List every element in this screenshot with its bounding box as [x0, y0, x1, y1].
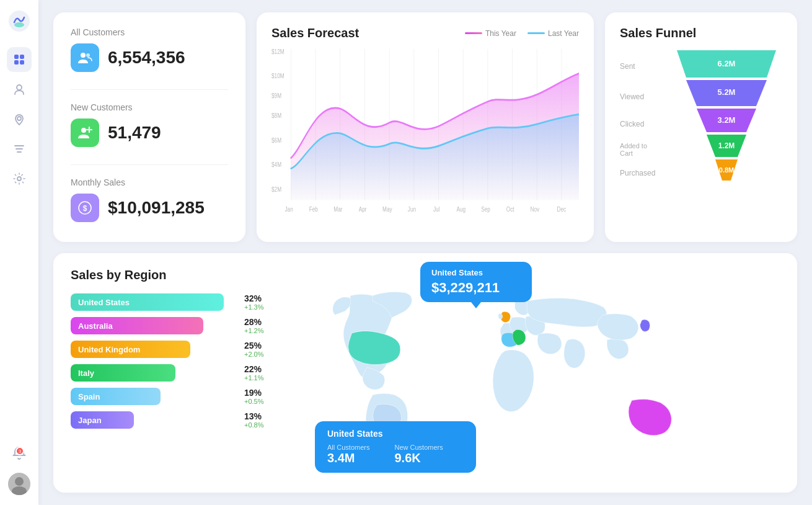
svg-point-6: [17, 85, 22, 90]
svg-text:$10M: $10M: [271, 72, 285, 80]
region-bar-es: Spain: [71, 388, 161, 405]
funnel-label-clicked: Clicked: [620, 111, 661, 137]
notification-icon[interactable]: 3: [12, 445, 27, 463]
region-list: Sales by Region United States 32% +1.3% …: [71, 268, 281, 478]
region-item-jp[interactable]: Japan 13% +0.8%: [71, 411, 281, 429]
svg-text:Apr: Apr: [359, 205, 367, 213]
legend-line-pink: [465, 32, 482, 34]
map-popup-bottom-title: United States: [327, 429, 464, 439]
svg-text:Jan: Jan: [285, 205, 293, 213]
legend-this-year: This Year: [465, 29, 516, 38]
new-customers-label: New Customers: [71, 102, 228, 112]
svg-text:$: $: [83, 204, 87, 213]
forecast-title: Sales Forecast: [271, 26, 359, 40]
svg-point-7: [17, 117, 21, 120]
funnel-visual: 6.2M 5.2M 3.2M 1.2M 0.8M: [671, 50, 782, 202]
all-customers-section: All Customers 6,554,356: [71, 27, 228, 72]
svg-text:Jun: Jun: [408, 205, 416, 213]
region-bar-uk: United Kingdom: [71, 341, 190, 358]
new-customers-section: New Customers 51,479: [71, 102, 228, 147]
svg-text:$4M: $4M: [271, 161, 281, 169]
region-bar-it: Italy: [71, 364, 175, 382]
svg-text:$8M: $8M: [271, 112, 281, 120]
svg-point-15: [81, 53, 86, 58]
sidebar-item-location[interactable]: [7, 107, 32, 132]
divider-1: [71, 89, 228, 90]
sidebar-item-filters[interactable]: [7, 136, 32, 161]
map-popup-us-top: United States $3,229,211: [420, 262, 532, 302]
monthly-sales-section: Monthly Sales $ $10,091,285: [71, 177, 228, 222]
svg-text:Oct: Oct: [506, 205, 514, 213]
region-item-es[interactable]: Spain 19% +0.5%: [71, 388, 281, 405]
new-customers-icon: [71, 118, 99, 147]
legend-line-blue: [527, 32, 545, 34]
map-area: United States $3,229,211: [296, 268, 780, 478]
funnel-label-purchased: Purchased: [620, 162, 661, 184]
map-popup-top-value: $3,229,211: [431, 280, 521, 296]
svg-text:$12M: $12M: [271, 47, 285, 55]
svg-text:May: May: [382, 205, 392, 213]
svg-point-11: [17, 177, 21, 181]
svg-text:3.2M: 3.2M: [718, 115, 736, 125]
map-popup-all-customers: All Customers 3.4M: [327, 444, 369, 465]
svg-text:Sep: Sep: [481, 205, 490, 213]
legend-last-year: Last Year: [527, 29, 579, 38]
all-customers-value: 6,554,356: [108, 48, 185, 68]
bottom-row: Sales by Region United States 32% +1.3% …: [53, 253, 797, 493]
svg-text:Jul: Jul: [433, 205, 440, 213]
svg-text:Feb: Feb: [309, 205, 319, 213]
svg-rect-5: [20, 60, 24, 65]
all-customers-label: All Customers: [71, 27, 228, 37]
funnel-labels: Sent Viewed Clicked Added to Cart Purcha…: [620, 50, 661, 184]
region-bar-us: United States: [71, 293, 224, 311]
region-pct-au: 28% +1.2%: [244, 317, 281, 334]
world-map: United States All Customers 3.4M New Cus…: [296, 268, 780, 478]
region-bar-au: Australia: [71, 317, 203, 334]
svg-text:0.8M: 0.8M: [719, 166, 734, 174]
sidebar-item-settings[interactable]: [7, 166, 32, 191]
map-popup-arrow: [471, 302, 481, 308]
svg-point-16: [86, 53, 90, 57]
svg-rect-2: [14, 55, 19, 59]
svg-point-13: [15, 477, 24, 486]
map-popup-new-customers: New Customers 9.6K: [394, 444, 443, 465]
sidebar-item-dashboard[interactable]: [7, 47, 32, 72]
region-item-uk[interactable]: United Kingdom 25% +2.0%: [71, 341, 281, 358]
svg-text:5.2M: 5.2M: [718, 87, 736, 97]
region-pct-us: 32% +1.3%: [244, 293, 281, 311]
divider-2: [71, 164, 228, 165]
svg-text:6.2M: 6.2M: [718, 59, 736, 68]
svg-text:$9M: $9M: [271, 92, 281, 100]
svg-text:Nov: Nov: [531, 205, 540, 213]
funnel-card: Sales Funnel Sent Viewed Clicked Added t…: [605, 12, 797, 242]
funnel-label-viewed: Viewed: [620, 83, 661, 111]
svg-rect-3: [20, 55, 24, 59]
map-popup-us-bottom: United States All Customers 3.4M New Cus…: [315, 421, 476, 473]
region-item-it[interactable]: Italy 22% +1.1%: [71, 364, 281, 382]
stats-card: All Customers 6,554,356 New Custome: [53, 12, 245, 242]
region-item-us[interactable]: United States 32% +1.3%: [71, 293, 281, 311]
monthly-sales-label: Monthly Sales: [71, 177, 228, 187]
svg-rect-4: [14, 60, 19, 65]
svg-point-17: [81, 128, 86, 133]
region-item-au[interactable]: Australia 28% +1.2%: [71, 317, 281, 334]
svg-point-1: [14, 22, 24, 27]
avatar[interactable]: [8, 473, 30, 495]
all-customers-icon: [71, 43, 99, 72]
notification-badge: 3: [15, 447, 24, 455]
top-row: All Customers 6,554,356 New Custome: [53, 12, 797, 242]
logo-icon: [8, 10, 30, 32]
monthly-sales-value: $10,091,285: [108, 198, 205, 218]
svg-text:Aug: Aug: [457, 205, 466, 213]
svg-text:Mar: Mar: [333, 205, 343, 213]
forecast-header: Sales Forecast This Year Last Year: [271, 26, 579, 40]
region-pct-it: 22% +1.1%: [244, 364, 281, 382]
funnel-label-cart: Added to Cart: [620, 137, 661, 162]
monthly-sales-icon: $: [71, 194, 99, 222]
main-content: All Customers 6,554,356 New Custome: [38, 0, 812, 505]
sidebar: 3: [0, 0, 38, 505]
svg-text:Dec: Dec: [557, 205, 567, 213]
sidebar-item-users[interactable]: [7, 77, 32, 102]
funnel-title: Sales Funnel: [620, 26, 782, 40]
svg-text:1.2M: 1.2M: [718, 141, 735, 150]
